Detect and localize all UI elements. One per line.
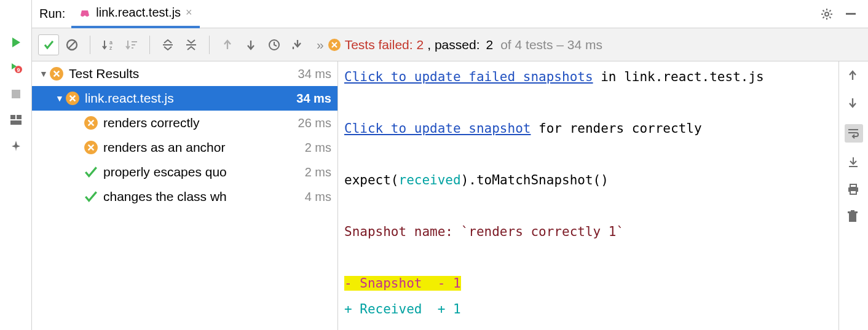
console-text: received (399, 173, 461, 187)
failed-label: Tests failed: (345, 37, 413, 52)
collapse-all-icon[interactable] (181, 34, 202, 55)
svg-rect-28 (851, 210, 854, 211)
gear-icon[interactable] (820, 7, 834, 21)
fail-icon (84, 116, 98, 130)
svg-rect-25 (850, 191, 856, 194)
pass-icon (84, 189, 98, 204)
svg-rect-2 (12, 90, 20, 98)
passed-count: 2 (486, 37, 494, 52)
rerun-failed-icon[interactable]: 9 (9, 61, 23, 75)
pin-icon[interactable] (9, 139, 23, 152)
expand-all-icon[interactable] (157, 34, 178, 55)
tree-file[interactable]: ▼ link.react.test.js 34 ms (32, 86, 337, 111)
tree-file-time: 34 ms (296, 92, 331, 106)
print-icon[interactable] (847, 183, 861, 197)
tree-test-label: properly escapes quo (103, 165, 305, 179)
svg-rect-14 (132, 47, 133, 49)
tree-test-time: 2 ms (305, 141, 331, 155)
fail-icon (65, 91, 80, 106)
tree-test-time: 26 ms (298, 116, 331, 130)
update-all-snapshots-link[interactable]: Click to update failed snapshots (344, 69, 593, 84)
fail-status-icon (328, 38, 341, 52)
tab-file[interactable]: link.react.test.js × (71, 0, 199, 28)
right-gutter (838, 61, 868, 330)
console-text: - Snapshot - 1 (344, 276, 461, 291)
tree-test-label: renders correctly (103, 116, 298, 130)
svg-text:z: z (109, 45, 112, 51)
import-icon[interactable] (287, 34, 308, 55)
failed-count: 2 (417, 37, 424, 52)
svg-rect-23 (850, 184, 856, 187)
passed-label: , passed: (427, 37, 479, 52)
tree-test[interactable]: properly escapes quo 2 ms (32, 160, 337, 184)
tree-test-time: 4 ms (305, 190, 331, 204)
toolbar: az » Tests failed: 2 , passed: 2 of 4 te… (32, 28, 868, 61)
left-gutter: 9 (0, 0, 32, 330)
svg-rect-12 (132, 41, 137, 42)
console-text: for renders correctly (531, 121, 701, 136)
svg-rect-3 (10, 115, 15, 119)
console-text: Snapshot name: `renders correctly 1` (344, 224, 624, 239)
run-icon[interactable] (9, 36, 23, 49)
tree-test-label: renders as an anchor (103, 140, 305, 155)
chevron-down-icon[interactable]: ▼ (54, 93, 65, 103)
status-chevron: » (317, 37, 324, 52)
svg-rect-26 (849, 213, 856, 222)
svg-line-9 (68, 41, 76, 49)
stop-icon[interactable] (9, 87, 23, 101)
tree-test-time: 2 ms (305, 165, 331, 179)
tree-test[interactable]: changes the class wh 4 ms (32, 184, 337, 209)
down-icon[interactable] (847, 97, 861, 111)
tree-root-time: 34 ms (298, 67, 331, 81)
svg-rect-7 (846, 13, 856, 15)
next-fail-icon[interactable] (240, 34, 261, 55)
chevron-down-icon[interactable]: ▼ (38, 69, 49, 79)
console-output[interactable]: Click to update failed snapshots in link… (338, 61, 838, 330)
svg-rect-4 (17, 115, 22, 119)
jest-icon (79, 7, 91, 19)
topbar: Run: link.react.test.js × (32, 0, 868, 28)
tree-root-label: Test Results (69, 66, 298, 81)
console-text: expect( (344, 173, 399, 187)
show-passed-toggle[interactable] (38, 34, 59, 55)
fail-icon (84, 140, 98, 155)
total-label: of 4 tests – 34 ms (500, 37, 602, 52)
minimize-icon[interactable] (845, 7, 858, 21)
tree-test-label: changes the class wh (103, 189, 305, 204)
history-icon[interactable] (264, 34, 285, 55)
svg-rect-27 (848, 211, 858, 213)
console-text: in link.react.test.js (593, 69, 764, 84)
svg-rect-5 (10, 120, 22, 125)
prev-fail-icon[interactable] (217, 34, 238, 55)
trash-icon[interactable] (847, 210, 861, 224)
close-icon[interactable]: × (186, 6, 192, 19)
tree-file-label: link.react.test.js (85, 91, 296, 106)
svg-point-6 (825, 12, 829, 16)
tree-test[interactable]: renders correctly 26 ms (32, 111, 337, 135)
svg-text:9: 9 (17, 67, 20, 73)
soft-wrap-icon[interactable] (845, 124, 863, 143)
svg-rect-13 (132, 44, 135, 45)
tab-title: link.react.test.js (96, 6, 181, 20)
run-label: Run: (36, 7, 71, 21)
up-icon[interactable] (847, 70, 861, 84)
tree-test[interactable]: renders as an anchor 2 ms (32, 135, 337, 160)
tree-root[interactable]: ▼ Test Results 34 ms (32, 61, 337, 86)
console-text: ).toMatchSnapshot() (461, 173, 609, 187)
layout-icon[interactable] (9, 113, 23, 127)
sort-duration-icon[interactable] (121, 34, 142, 55)
pass-icon (84, 165, 98, 179)
scroll-to-end-icon[interactable] (847, 156, 861, 170)
fail-icon (49, 66, 64, 81)
update-snapshot-link[interactable]: Click to update snapshot (344, 121, 531, 136)
test-tree: ▼ Test Results 34 ms ▼ link.react.test.j… (32, 61, 338, 330)
show-ignored-toggle[interactable] (61, 34, 82, 55)
sort-alpha-icon[interactable]: az (98, 34, 119, 55)
console-text: + Received + 1 (344, 302, 461, 316)
